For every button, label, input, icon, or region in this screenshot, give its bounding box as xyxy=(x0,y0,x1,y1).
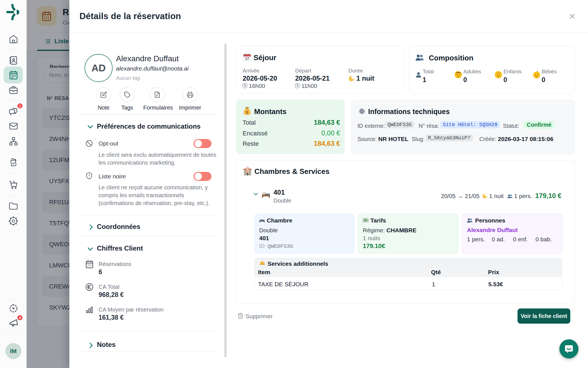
svg-text:H: H xyxy=(247,170,248,172)
svg-text:$: $ xyxy=(365,219,366,221)
svg-text:$: $ xyxy=(246,110,248,114)
svg-text:17: 17 xyxy=(245,57,249,61)
